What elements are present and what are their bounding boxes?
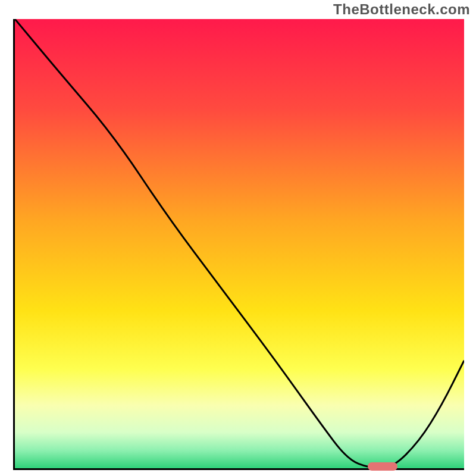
optimal-marker [368, 462, 397, 471]
chart-area [13, 19, 464, 470]
watermark-text: TheBottleneck.com [333, 1, 470, 18]
chart-svg [15, 19, 464, 468]
gradient-background [15, 19, 464, 468]
